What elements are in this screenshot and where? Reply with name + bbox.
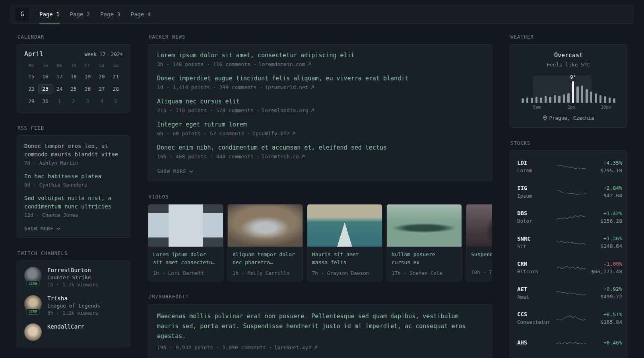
- calendar-week-label: Week 17: [85, 51, 106, 57]
- weather-widget: WEATHER Overcast Feels like 5°C 9° 6am 2…: [510, 34, 627, 128]
- calendar-dow: Fr: [81, 63, 95, 69]
- video-thumbnail[interactable]: [466, 204, 492, 247]
- stock-values: +0.92% $499.72: [586, 286, 622, 300]
- stock-row[interactable]: LDI Lorem +4.35% $795.18: [517, 154, 620, 179]
- videos-widget-title: VIDEOS: [149, 194, 492, 200]
- rss-item-title[interactable]: Sed volutpat nulla nisl, a condimentum n…: [24, 194, 123, 211]
- stock-values: +1.36% $148.64: [586, 235, 622, 249]
- calendar-day: 15: [24, 72, 38, 81]
- video-title[interactable]: Nullam posuere cursus ex: [387, 247, 462, 267]
- video-card: Aliquam tempor dolor nec pharetra… 1h · …: [227, 204, 303, 281]
- stock-info: CRN Bitcorn: [517, 261, 556, 274]
- stocks-card: LDI Lorem +4.35% $795.18 IIG Ipsum: [510, 150, 627, 358]
- stock-price: $156.28: [586, 218, 622, 224]
- calendar-card: April Week 17·2024 Mo Tu We Th Fr Sa Su …: [17, 44, 130, 113]
- twitch-channel-info: Trisha League of Legends 3h · 1.2k viewe…: [47, 295, 100, 316]
- external-link-icon: [292, 132, 295, 135]
- hackernews-item: Lorem ipsum dolor sit amet, consectetur …: [157, 52, 483, 67]
- videos-widget: VIDEOS Lorem ipsum dolor sit amet consec…: [148, 194, 492, 281]
- twitch-channel-row[interactable]: LIVE ForrestBurton Counter-Strike 1h · 1…: [24, 267, 123, 288]
- stock-symbol: CRN: [517, 261, 556, 267]
- hackernews-source-link[interactable]: ipsumworld.net: [265, 84, 308, 90]
- right-column: WEATHER Overcast Feels like 5°C 9° 6am 2…: [510, 34, 627, 358]
- twitch-channel-info: ForrestBurton Counter-Strike 1h · 1.7k v…: [47, 267, 98, 288]
- weather-bar: [535, 97, 538, 103]
- hackernews-item-title[interactable]: Aliquam nec cursus elit: [157, 98, 483, 105]
- video-title[interactable]: Suspendisse diam: [466, 247, 492, 266]
- video-title[interactable]: Lorem ipsum dolor sit amet consectetu…: [148, 247, 223, 267]
- stock-row[interactable]: CCS Consectetur +0.51% $165.84: [517, 305, 620, 331]
- tab-page-3[interactable]: Page 3: [100, 8, 120, 21]
- stock-sparkline: [556, 186, 586, 197]
- subreddit-post-title[interactable]: Maecenas mollis pulvinar erat non posuer…: [157, 311, 483, 341]
- videos-row: Lorem ipsum dolor sit amet consectetu… 1…: [148, 204, 492, 281]
- external-link-icon: [310, 109, 314, 112]
- hackernews-source-link[interactable]: loremdomain.com: [258, 61, 305, 67]
- stock-row[interactable]: AET Amet +0.92% $499.72: [517, 280, 620, 306]
- twitch-channel-name: KendallCarr: [47, 323, 84, 330]
- calendar-year-label: 2024: [111, 51, 123, 57]
- hackernews-item-title[interactable]: Donec imperdiet augue tincidunt felis al…: [157, 75, 483, 82]
- video-meta: 17h · Stefan Cole: [387, 267, 462, 281]
- stock-row[interactable]: CRN Bitcorn -1.00% $66,171.48: [517, 255, 620, 280]
- stocks-widget: STOCKS LDI Lorem +4.35% $795.18: [510, 140, 627, 358]
- hackernews-item-title[interactable]: Integer eget rutrum lorem: [157, 121, 483, 128]
- rss-show-more-button[interactable]: SHOW MORE: [24, 226, 60, 232]
- weather-time-label: 10pm: [601, 105, 611, 110]
- stock-symbol: AET: [517, 286, 556, 292]
- hackernews-item-title[interactable]: Lorem ipsum dolor sit amet, consectetur …: [157, 52, 483, 59]
- stock-row[interactable]: AHS +0.46%: [517, 331, 620, 356]
- subreddit-source-link[interactable]: loremnet.xyz: [274, 344, 312, 350]
- weather-time-axis: 6am 2pm 10pm: [520, 105, 617, 110]
- video-thumbnail[interactable]: [387, 204, 462, 247]
- stock-row[interactable]: DBS Dolor +1.42% $156.28: [517, 204, 620, 230]
- show-more-label: SHOW MORE: [24, 226, 54, 232]
- twitch-channel-row[interactable]: KendallCarr: [24, 323, 123, 341]
- twitch-channel-row[interactable]: LIVE Trisha League of Legends 3h · 1.2k …: [24, 295, 123, 316]
- stock-symbol: DBS: [517, 210, 556, 216]
- stock-row[interactable]: SNRC Sit +1.36% $148.64: [517, 230, 620, 255]
- video-title[interactable]: Mauris sit amet massa felis: [307, 247, 382, 267]
- hackernews-item-title[interactable]: Donec enim nibh, condimentum et accumsan…: [157, 144, 483, 151]
- weather-bar: [522, 98, 524, 103]
- weather-bar: [604, 96, 606, 103]
- calendar-dow: Su: [109, 63, 123, 69]
- stock-change: +2.84%: [586, 185, 622, 191]
- rss-item-meta: 7d · Ashlyn Martin: [24, 160, 123, 166]
- weather-bar: [549, 97, 551, 103]
- hackernews-source-link[interactable]: loremlandia.org: [262, 107, 308, 113]
- tab-page-1[interactable]: Page 1: [39, 8, 60, 21]
- video-thumbnail[interactable]: [148, 204, 223, 247]
- stock-symbol: LDI: [517, 160, 556, 166]
- external-link-icon: [307, 62, 311, 66]
- hackernews-source-link[interactable]: ipsumify.biz: [252, 130, 290, 136]
- stock-row[interactable]: IIG Ipsum +2.84% $42.04: [517, 179, 620, 205]
- rss-item-title[interactable]: In hac habitasse platea: [24, 172, 123, 181]
- video-title[interactable]: Aliquam tempor dolor nec pharetra…: [228, 247, 303, 267]
- video-thumbnail[interactable]: [307, 204, 382, 247]
- stock-sparkline: [556, 212, 586, 223]
- hackernews-source-link[interactable]: loremtech.co: [262, 154, 299, 160]
- left-column: CALENDAR April Week 17·2024 Mo Tu We Th …: [17, 34, 130, 358]
- weather-bar: [576, 86, 579, 103]
- weather-location-label: Prague, Czechia: [549, 115, 594, 121]
- calendar-widget-title: CALENDAR: [17, 34, 130, 40]
- stock-info: DBS Dolor: [517, 210, 556, 224]
- rss-item-title[interactable]: Donec tempor eros leo, ut commodo mauris…: [24, 142, 123, 159]
- video-thumbnail[interactable]: [228, 204, 303, 247]
- video-meta: 1h · Lori Barnett: [148, 267, 223, 281]
- tab-page-2[interactable]: Page 2: [70, 8, 90, 21]
- subreddit-widget: /R/SUBREDDIT Maecenas mollis pulvinar er…: [148, 294, 492, 358]
- hackernews-meta-text: 3h · 148 points · 116 comments ·: [157, 61, 256, 67]
- tab-page-4[interactable]: Page 4: [131, 8, 151, 21]
- video-meta: 18h · Tara: [466, 266, 492, 280]
- weather-bar: [563, 94, 565, 103]
- weather-bar: [599, 95, 602, 103]
- calendar-month-label: April: [24, 50, 43, 58]
- hackernews-show-more-button[interactable]: SHOW MORE: [157, 169, 193, 174]
- twitch-widget: TWITCH CHANNELS LIVE ForrestBurton Count…: [17, 251, 130, 347]
- calendar-day: 16: [38, 72, 52, 81]
- calendar-dow: Tu: [38, 63, 52, 69]
- app-logo[interactable]: G: [16, 8, 29, 21]
- stock-change: -1.00%: [586, 261, 622, 267]
